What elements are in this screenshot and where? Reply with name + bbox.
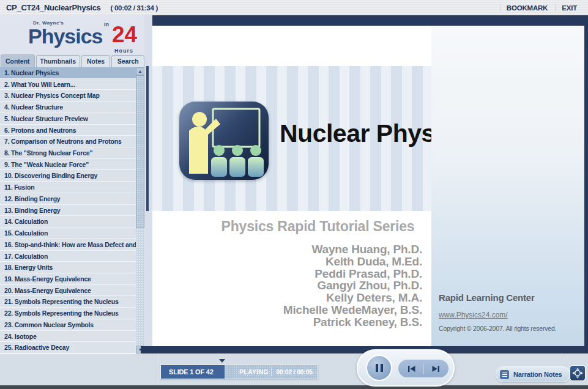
tutorial-player-window: CP_CT24_NuclearPhysics ( 00:02 / 31:34 )…	[0, 0, 588, 389]
slide-counter: SLIDE 1 OF 42	[161, 365, 225, 379]
author-line: Kelly Deters, M.A.	[152, 292, 422, 304]
titlebar-divider	[554, 4, 556, 12]
series-subtitle: Physics Rapid Tutorial Series	[152, 218, 431, 235]
toc-item[interactable]: 14. Calculation	[0, 216, 136, 228]
copyright-text: Copyright © 2006-2007. All rights reserv…	[439, 325, 581, 332]
playback-status: PLAYING	[239, 368, 269, 376]
playhead-marker[interactable]	[219, 359, 225, 363]
tab-thumbnails[interactable]: Thumbnails	[36, 55, 80, 67]
notes-document-icon	[500, 370, 509, 379]
toc-item[interactable]: 12. Binding Energy	[0, 193, 136, 205]
right-panel: Rapid Learning Center www.Physics24.com/…	[431, 26, 584, 346]
toc-item[interactable]: 15. Calculation	[0, 228, 136, 239]
next-slide-button[interactable]	[425, 361, 446, 376]
toc-item[interactable]: 9. The "Weak Nuclear Force"	[0, 159, 136, 171]
toc-item[interactable]: 21. Symbols Representing the Nucleus	[0, 296, 136, 308]
slide-stepper	[398, 360, 448, 377]
table-of-contents: 1. Nuclear Physics2. What You Will Learn…	[0, 67, 144, 354]
tab-search[interactable]: Search	[111, 55, 144, 67]
step-forward-icon	[431, 365, 441, 372]
controlbar-divider	[156, 355, 157, 385]
time-divider	[271, 368, 272, 376]
scrollbar-thumb[interactable]	[136, 75, 144, 228]
toc-item[interactable]: 2. What You Will Learn...	[0, 79, 136, 91]
logo-in: In	[104, 21, 109, 28]
toc-item[interactable]: 4. Nuclear Structure	[0, 102, 136, 113]
lesson-title: CP_CT24_NuclearPhysics	[6, 3, 101, 12]
author-line: Keith Duda, M.Ed.	[152, 256, 422, 268]
toc-item[interactable]: 23. Common Nuclear Symbols	[0, 319, 136, 331]
toc-item[interactable]: 1. Nuclear Physics	[0, 67, 136, 79]
brand-name: Rapid Learning Center	[439, 292, 581, 303]
toc-item[interactable]: 25. Radioactive Decay	[0, 342, 136, 354]
slide-stage: Nuclear Physics Physics Rapid Tutorial S…	[144, 15, 588, 354]
toc-item[interactable]: 16. Stop-and-think: How are Mass Defect …	[0, 239, 136, 251]
total-elapsed-time: ( 00:02 / 31:34 )	[111, 4, 158, 12]
author-line: Michelle WedeMayer, B.S.	[152, 304, 422, 316]
playback-status-bar[interactable]: SLIDE 1 OF 42 PLAYING 00:02 / 00:05	[160, 365, 318, 379]
pause-button[interactable]	[366, 355, 392, 381]
stepper-divider	[423, 363, 424, 374]
fullscreen-icon	[572, 368, 583, 379]
tab-content[interactable]: Content	[1, 54, 35, 67]
toc-scrollbar[interactable]: ▲ ▼	[136, 67, 144, 354]
titlebar: CP_CT24_NuclearPhysics ( 00:02 / 31:34 )…	[0, 0, 588, 15]
step-back-icon	[407, 365, 417, 372]
toc-item[interactable]: 7. Comparison of Neutrons and Protons	[0, 136, 136, 147]
toc-item[interactable]: 18. Energy Units	[0, 262, 136, 273]
toc-item[interactable]: 19. Mass-Energy Equivalence	[0, 273, 136, 285]
narration-notes-label: Narration Notes	[513, 371, 562, 378]
logo-hours: Hours	[114, 48, 133, 54]
tab-notes[interactable]: Notes	[81, 55, 111, 67]
sidebar: Dr. Wayne's Physics In 24 Hours Content …	[0, 15, 144, 354]
toc-item[interactable]: 11. Fusion	[0, 182, 136, 193]
scroll-up-button[interactable]: ▲	[136, 67, 144, 75]
brand-url-link[interactable]: www.Physics24.com/	[439, 311, 581, 319]
playback-progress: PLAYING 00:02 / 00:05	[225, 365, 318, 379]
previous-slide-button[interactable]	[401, 361, 422, 376]
bookmark-button[interactable]: BOOKMARK	[507, 4, 548, 12]
narration-notes-button[interactable]: Narration Notes	[496, 366, 570, 382]
logo-number: 24	[112, 22, 137, 48]
author-line: Wayne Huang, Ph.D.	[152, 243, 422, 256]
author-list: Wayne Huang, Ph.D.Keith Duda, M.Ed.Peddi…	[152, 243, 431, 328]
slide-canvas: Nuclear Physics Physics Rapid Tutorial S…	[152, 26, 584, 346]
brand-block: Rapid Learning Center www.Physics24.com/…	[439, 292, 581, 332]
fullscreen-button[interactable]	[570, 365, 586, 381]
slide-time: 00:02 / 00:05	[276, 368, 313, 376]
author-line: Peddi Prasad, Ph.D.	[152, 268, 422, 280]
toc-list: 1. Nuclear Physics2. What You Will Learn…	[0, 67, 144, 354]
toc-item[interactable]: 22. Symbols Representing the Nucleus	[0, 308, 136, 319]
exit-button[interactable]: EXIT	[562, 4, 577, 12]
physics24-logo: Dr. Wayne's Physics In 24 Hours	[0, 15, 144, 54]
toc-item[interactable]: 3. Nuclear Physics Concept Map	[0, 90, 136, 102]
toc-item[interactable]: 8. The "Strong Nuclear Force"	[0, 147, 136, 159]
author-line: Gangyi Zhou, Ph.D.	[152, 280, 422, 292]
stage-top-border	[152, 15, 588, 26]
toc-item[interactable]: 10. Discovering Binding Energy	[0, 170, 136, 182]
toc-item[interactable]: 6. Protons and Neutrons	[0, 125, 136, 136]
stage-right-border	[584, 26, 588, 346]
toc-item[interactable]: 17. Calculation	[0, 251, 136, 262]
toc-item[interactable]: 24. Isotope	[0, 331, 136, 343]
transport-cluster	[357, 349, 455, 387]
logo-word: Physics	[28, 24, 103, 48]
teacher-classroom-icon	[179, 102, 269, 180]
toc-item[interactable]: 13. Binding Energy	[0, 205, 136, 217]
toc-item[interactable]: 5. Nuclear Structure Preview	[0, 113, 136, 125]
author-line: Patrick Keeney, B.S.	[152, 316, 422, 328]
sidebar-tabs: Content Thumbnails Notes Search	[0, 54, 144, 69]
title-band-cap	[146, 66, 149, 211]
toc-item[interactable]: 20. Mass-Energy Equivalence	[0, 285, 136, 297]
titlebar-divider	[499, 4, 501, 12]
